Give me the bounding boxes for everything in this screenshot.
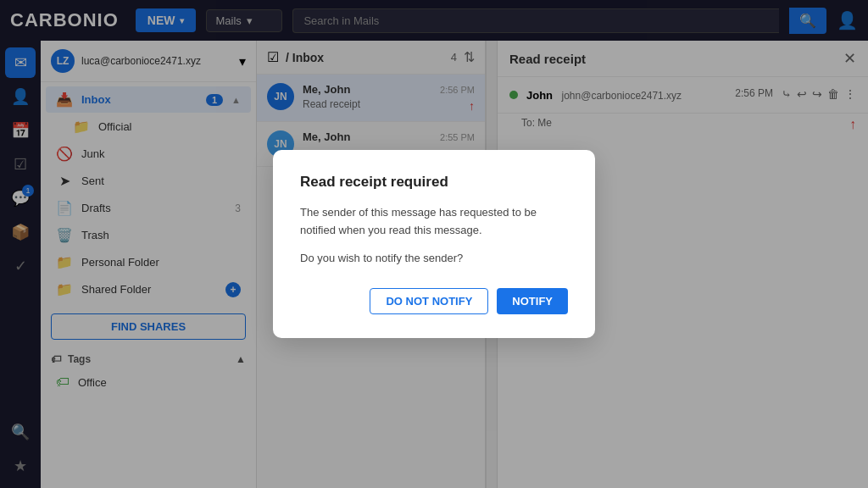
- modal-overlay: Read receipt required The sender of this…: [0, 0, 868, 488]
- dialog-body: The sender of this message has requested…: [300, 204, 568, 240]
- read-receipt-dialog: Read receipt required The sender of this…: [273, 150, 595, 338]
- notify-button[interactable]: NOTIFY: [497, 288, 568, 314]
- dialog-title: Read receipt required: [300, 174, 568, 191]
- dialog-question: Do you wish to notify the sender?: [300, 252, 568, 264]
- dialog-actions: DO NOT NOTIFY NOTIFY: [300, 288, 568, 314]
- do-not-notify-button[interactable]: DO NOT NOTIFY: [370, 288, 488, 314]
